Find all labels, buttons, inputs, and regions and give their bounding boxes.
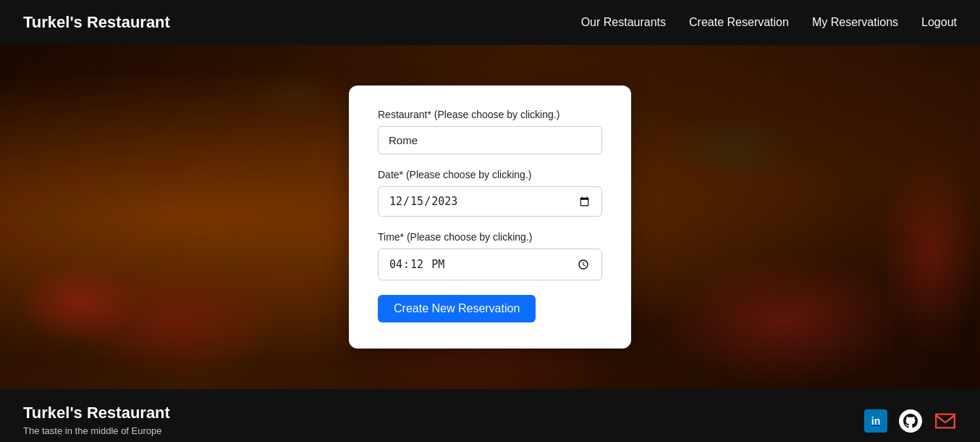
time-label: Time* (Please choose by clicking.): [378, 231, 602, 243]
nav-link-restaurants[interactable]: Our Restaurants: [581, 16, 666, 28]
github-icon-link[interactable]: [899, 409, 922, 433]
restaurant-label: Restaurant* (Please choose by clicking.): [378, 109, 602, 120]
footer-left: Turkel's Restaurant The taste in the mid…: [23, 404, 170, 436]
date-input[interactable]: [378, 186, 602, 217]
time-input[interactable]: [378, 249, 602, 280]
linkedin-icon-link[interactable]: in: [864, 409, 887, 433]
linkedin-icon: in: [864, 409, 887, 433]
footer-brand: Turkel's Restaurant: [23, 404, 170, 422]
date-group: Date* (Please choose by clicking.): [378, 169, 602, 217]
nav-link-my-reservations[interactable]: My Reservations: [812, 16, 898, 28]
nav-brand: Turkel's Restaurant: [23, 13, 170, 32]
restaurant-input[interactable]: [378, 126, 602, 154]
time-group: Time* (Please choose by clicking.): [378, 231, 602, 280]
footer-social-icons: in: [864, 409, 957, 433]
github-icon: [899, 409, 922, 433]
footer: Turkel's Restaurant The taste in the mid…: [0, 389, 980, 442]
gmail-icon: [934, 409, 957, 433]
restaurant-group: Restaurant* (Please choose by clicking.): [378, 109, 602, 154]
nav-link-logout[interactable]: Logout: [921, 16, 957, 28]
navbar: Turkel's Restaurant Our Restaurants Crea…: [0, 0, 980, 45]
footer-tagline: The taste in the middle of Europe: [23, 425, 170, 436]
gmail-icon-link[interactable]: [934, 409, 957, 433]
nav-link-create-reservation[interactable]: Create Reservation: [689, 16, 789, 28]
hero-section: Restaurant* (Please choose by clicking.)…: [0, 45, 980, 389]
create-reservation-button[interactable]: Create New Reservation: [378, 295, 536, 322]
nav-links: Our Restaurants Create Reservation My Re…: [581, 16, 957, 29]
reservation-form-card: Restaurant* (Please choose by clicking.)…: [349, 86, 631, 349]
date-label: Date* (Please choose by clicking.): [378, 169, 602, 180]
